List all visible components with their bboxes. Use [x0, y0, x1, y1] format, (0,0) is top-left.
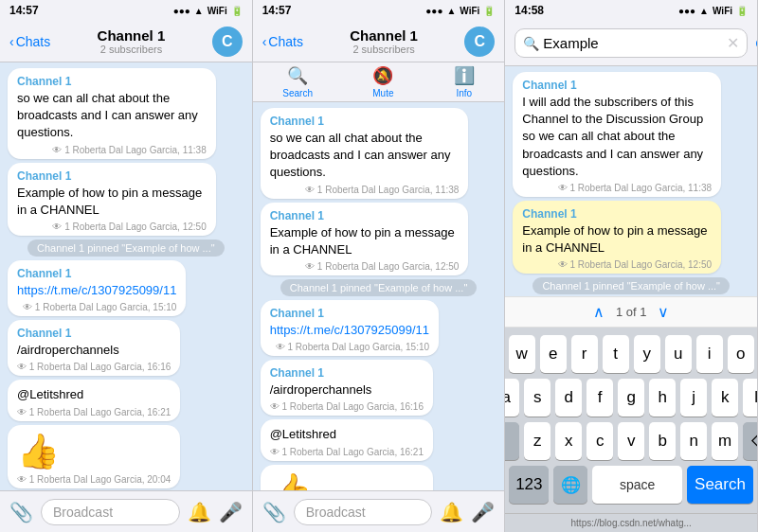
delete-key[interactable]: ⌫	[743, 422, 758, 460]
num-key[interactable]: 123	[509, 466, 549, 504]
nav-bar-2: ‹ Chats Channel 1 2 subscribers C	[253, 21, 505, 62]
status-bar-3: 14:58 ●●● ▲ WiFi 🔋	[505, 0, 757, 21]
toolbar-mute[interactable]: 🔕 Mute	[372, 65, 393, 98]
panel-2: 14:57 ●●● ▲ WiFi 🔋 ‹ Chats Channel 1 2 s…	[253, 0, 506, 532]
msg-1: Channel 1 so we can all chat about the b…	[8, 68, 216, 159]
key-k[interactable]: k	[712, 379, 738, 417]
status-bar-1: 14:57 ●●● ▲ WiFi 🔋	[0, 0, 252, 21]
key-t[interactable]: t	[603, 335, 629, 373]
msg-4: Channel 1 /airdroperchannels 👁 1 Roberta…	[8, 320, 180, 376]
key-n[interactable]: n	[680, 422, 707, 460]
msg-5: @Letitshred 👁 1 Roberta Dal Lago Garcia,…	[8, 380, 180, 420]
nav-bar-1: ‹ Chats Channel 1 2 subscribers C	[0, 21, 252, 62]
kb-row-4: 123 🌐 space Search	[509, 466, 753, 504]
key-f[interactable]: f	[587, 379, 613, 417]
avatar-1[interactable]: C	[212, 27, 243, 57]
key-l[interactable]: l	[743, 379, 758, 417]
prev-result-button[interactable]: ∧	[593, 303, 605, 321]
key-c[interactable]: c	[587, 422, 613, 460]
key-z[interactable]: z	[524, 422, 550, 460]
bottom-bar-2: 📎 Broadcast 🔔 🎤	[253, 490, 505, 532]
shift-key[interactable]: ⇧	[505, 422, 519, 460]
msg-emoji: 👍 👁 1 Roberta Dal Lago Garcia, 20:04	[8, 425, 180, 488]
key-s[interactable]: s	[524, 379, 550, 417]
broadcast-input-1[interactable]: Broadcast	[41, 499, 180, 525]
channel-title-1: Channel 1 2 subscribers	[50, 27, 211, 55]
panel-3: 14:58 ●●● ▲ WiFi 🔋 🔍 ✕ Cancel Channel 1 …	[505, 0, 758, 532]
msg2-3: Channel 1 https://t.me/c/1307925099/11 👁…	[261, 300, 439, 356]
search-nav: ∧ 1 of 1 ∨	[505, 296, 757, 328]
bell-icon-2[interactable]: 🔔	[440, 501, 463, 523]
space-key[interactable]: space	[592, 466, 682, 504]
key-u[interactable]: u	[665, 335, 692, 373]
panel-1: 14:57 ●●● ▲ WiFi 🔋 ‹ Chats Channel 1 2 s…	[0, 0, 253, 532]
mic-icon-2[interactable]: 🎤	[471, 501, 495, 523]
key-m[interactable]: m	[712, 422, 738, 460]
msg2-4: Channel 1 /airdroperchannels 👁 1 Roberta…	[261, 360, 433, 416]
toolbar-2: 🔍 Search 🔕 Mute ℹ️ Info	[253, 62, 505, 102]
key-b[interactable]: b	[649, 422, 676, 460]
messages-2[interactable]: Channel 1 so we can all chat about the b…	[253, 102, 505, 490]
time-1: 14:57	[9, 4, 39, 17]
kb-row-1: q w e r t y u i o p	[509, 335, 753, 373]
broadcast-input-2[interactable]: Broadcast	[294, 499, 433, 525]
search-icon-3: 🔍	[523, 36, 539, 51]
search-input[interactable]	[543, 35, 723, 51]
bottom-bar-1: 📎 Broadcast 🔔 🎤	[0, 490, 252, 532]
system-msg3-1: Channel 1 pinned "Example of how ..."	[532, 277, 730, 294]
back-button-2[interactable]: ‹ Chats	[262, 34, 303, 49]
search-input-wrap: 🔍 ✕	[514, 28, 748, 58]
bell-icon[interactable]: 🔔	[188, 501, 211, 523]
msg2-5: @Letitshred 👁 1 Roberta Dal Lago Garcia,…	[261, 419, 433, 460]
attach-icon-2[interactable]: 📎	[262, 501, 286, 523]
key-y[interactable]: y	[634, 335, 660, 373]
system-msg-1: Channel 1 pinned "Example of how ..."	[27, 239, 225, 257]
url-bar: https://blog.csdn.net/whatg...	[505, 513, 757, 532]
messages-3[interactable]: Channel 1 I will add the subscribers of …	[505, 66, 757, 296]
key-w[interactable]: w	[509, 335, 535, 373]
msg3-2: Channel 1 Example of how to pin a messag…	[513, 201, 721, 274]
msg2-emoji: 👍 👁 1 Roberta Dal Lago Garcia, 20:04	[261, 465, 433, 491]
toolbar-info[interactable]: ℹ️ Info	[454, 65, 475, 98]
back-button-1[interactable]: ‹ Chats	[9, 34, 50, 49]
mute-icon: 🔕	[372, 65, 393, 86]
key-a[interactable]: a	[505, 379, 519, 417]
search-icon: 🔍	[287, 65, 308, 86]
msg2-1: Channel 1 so we can all chat about the b…	[261, 108, 469, 199]
next-result-button[interactable]: ∨	[658, 303, 669, 321]
search-bar: 🔍 ✕ Cancel	[505, 21, 757, 66]
key-r[interactable]: r	[571, 335, 598, 373]
time-2: 14:57	[262, 4, 292, 17]
msg2-2: Channel 1 Example of how to pin a messag…	[261, 203, 469, 275]
status-bar-2: 14:57 ●●● ▲ WiFi 🔋	[253, 0, 505, 21]
kb-row-2: a s d f g h j k l	[509, 379, 753, 417]
messages-1[interactable]: Channel 1 so we can all chat about the b…	[0, 62, 252, 490]
key-j[interactable]: j	[680, 379, 707, 417]
avatar-2[interactable]: C	[464, 27, 495, 57]
key-d[interactable]: d	[555, 379, 582, 417]
status-icons-1: ●●● ▲ WiFi 🔋	[173, 6, 243, 16]
channel-title-2: Channel 1 2 subscribers	[303, 27, 464, 55]
msg3-1: Channel 1 I will add the subscribers of …	[513, 72, 721, 197]
mic-icon[interactable]: 🎤	[219, 501, 243, 523]
info-icon: ℹ️	[454, 65, 475, 86]
msg-2: Channel 1 Example of how to pin a messag…	[8, 163, 216, 236]
key-e[interactable]: e	[540, 335, 567, 373]
globe-key[interactable]: 🌐	[553, 466, 587, 504]
key-g[interactable]: g	[618, 379, 644, 417]
attach-icon[interactable]: 📎	[9, 501, 33, 523]
time-3: 14:58	[514, 4, 544, 17]
key-x[interactable]: x	[555, 422, 582, 460]
key-i[interactable]: i	[696, 335, 723, 373]
key-v[interactable]: v	[618, 422, 644, 460]
key-o[interactable]: o	[728, 335, 754, 373]
key-h[interactable]: h	[649, 379, 676, 417]
clear-icon[interactable]: ✕	[727, 34, 739, 52]
kb-row-3: ⇧ z x c v b n m ⌫	[509, 422, 753, 460]
system-msg2-1: Channel 1 pinned "Example of how ..."	[280, 279, 478, 296]
result-count: 1 of 1	[616, 305, 647, 319]
keyboard: q w e r t y u i o p a s d f g h j k l ⇧ …	[505, 328, 757, 513]
search-button[interactable]: Search	[687, 466, 753, 504]
status-icons-2: ●●● ▲ WiFi 🔋	[425, 6, 495, 16]
toolbar-search[interactable]: 🔍 Search	[282, 65, 313, 98]
